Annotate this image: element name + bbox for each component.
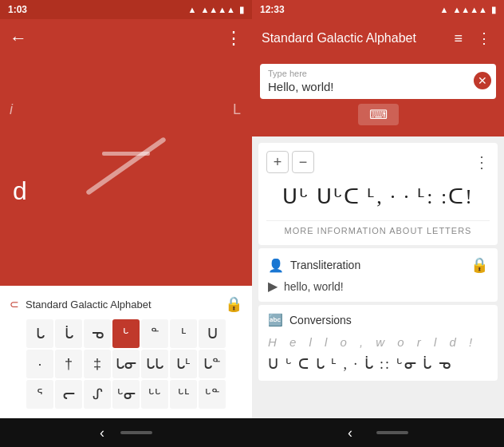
key-12[interactable]: ᒐᒐ xyxy=(141,350,168,378)
keyboard-title: Standard Galactic Alphabet xyxy=(26,299,219,311)
keyboard-header: ⊂ Standard Galactic Alphabet 🔒 xyxy=(3,292,249,316)
key-19[interactable]: ᒡᒡ xyxy=(141,380,168,409)
zoom-out-button[interactable]: − xyxy=(292,151,314,173)
input-placeholder: Type here xyxy=(268,69,467,78)
input-clear-button[interactable]: ✕ xyxy=(474,72,491,89)
right-panel: 12:33 ▲ ▲▲▲▲ ▮ Standard Galactic Alphabe… xyxy=(252,0,504,447)
conversions-icon: 🔤 xyxy=(268,313,283,327)
keyboard-row-3: ᕐ ᓕ ᔑ ᒡᓂ ᒡᒡ ᒡᒻ ᒡᓐ xyxy=(5,380,247,409)
glyph-card-header: + − ⋮ xyxy=(266,151,490,173)
glyph-info-button[interactable]: MORE INFORMATION ABOUT LETTERS xyxy=(266,220,490,237)
right-status-bar: 12:33 ▲ ▲▲▲▲ ▮ xyxy=(252,0,504,19)
conversions-spaced-text: H e l l o , w o r l d ! xyxy=(268,335,488,349)
signal-icon: ▲▲▲▲ xyxy=(200,5,235,14)
left-nav-bar: ‹ xyxy=(0,418,252,447)
battery-icon: ▮ xyxy=(239,5,244,15)
left-toolbar: ← ⋮ xyxy=(0,19,252,57)
key-6[interactable]: ᒻ xyxy=(170,319,197,348)
play-button[interactable]: ▶ xyxy=(268,279,278,294)
right-battery-icon: ▮ xyxy=(491,5,496,15)
key-14[interactable]: ᒐᓐ xyxy=(199,350,226,378)
left-nav-back[interactable]: ‹ xyxy=(100,425,104,441)
transliteration-lock-icon: 🔒 xyxy=(471,256,488,274)
conversions-title-row: 🔤 Conversions xyxy=(268,313,488,327)
key-18[interactable]: ᒡᓂ xyxy=(112,380,140,409)
right-content: + − ⋮ ᑌᒡ ᑌᒡᑕ ᒻ, · · ᒻ: :ᑕ! MORE INFORMAT… xyxy=(252,136,504,418)
input-box: Type here Hello, world! ✕ xyxy=(260,64,496,99)
right-nav-home[interactable] xyxy=(376,431,408,434)
zoom-in-button[interactable]: + xyxy=(266,151,289,173)
left-main-display: i L d xyxy=(0,57,252,286)
keyboard-row-2: · † ‡ ᒐᓂ ᒐᒐ ᒐᒻ ᒐᓐ xyxy=(5,350,247,378)
char-L-display: L xyxy=(233,101,241,118)
char-i-display: i xyxy=(10,101,13,118)
keyboard-toggle: ⌨ xyxy=(260,104,496,125)
more-icon-button[interactable]: ⋮ xyxy=(474,26,494,50)
right-status-icons: ▲ ▲▲▲▲ ▮ xyxy=(440,5,496,15)
left-nav-home[interactable] xyxy=(120,431,152,434)
conversions-section: 🔤 Conversions H e l l o , w o r l d ! ᑌ … xyxy=(258,305,498,381)
key-9[interactable]: † xyxy=(55,350,82,378)
play-row: ▶ hello, world! xyxy=(268,279,488,294)
key-3[interactable]: ᓀ xyxy=(84,319,111,348)
keyboard-rows: ᒐ ᒑ ᓀ ᒡ ᓐ ᒻ ᑌ · † ‡ ᒐᓂ ᒐᒐ ᒐᒻ ᒐᓐ ᕐ ᓕ xyxy=(3,316,249,412)
key-5[interactable]: ᓐ xyxy=(141,319,168,348)
transliteration-title: Transliteration xyxy=(290,259,464,271)
keyboard-lock-icon: 🔒 xyxy=(225,295,242,313)
transliteration-section: 👤 Transliteration 🔒 ▶ hello, world! xyxy=(258,248,498,302)
right-input-area: Type here Hello, world! ✕ ⌨ xyxy=(252,57,504,136)
glyph-card: + − ⋮ ᑌᒡ ᑌᒡᑕ ᒻ, · · ᒻ: :ᑕ! MORE INFORMAT… xyxy=(258,143,498,245)
key-16[interactable]: ᓕ xyxy=(55,380,82,409)
glyph-more-button[interactable]: ⋮ xyxy=(474,152,490,172)
right-nav-back[interactable]: ‹ xyxy=(348,425,352,441)
slash-glyph xyxy=(86,140,166,204)
left-status-icons: ▲ ▲▲▲▲ ▮ xyxy=(188,5,244,15)
transliteration-title-row: 👤 Transliteration 🔒 xyxy=(268,256,488,274)
left-panel: 1:03 ▲ ▲▲▲▲ ▮ ← ⋮ i L d ⊂ Standard Galac… xyxy=(0,0,252,447)
right-wifi-icon: ▲ xyxy=(440,5,449,14)
right-signal-icon: ▲▲▲▲ xyxy=(452,5,487,14)
glyph-display: ᑌᒡ ᑌᒡᑕ ᒻ, · · ᒻ: :ᑕ! xyxy=(266,178,490,216)
play-text: hello, world! xyxy=(284,280,344,293)
key-2[interactable]: ᒑ xyxy=(55,319,82,348)
left-status-bar: 1:03 ▲ ▲▲▲▲ ▮ xyxy=(0,0,252,19)
right-toolbar: Standard Galactic Alphabet ≡ ⋮ xyxy=(252,19,504,57)
conversions-title: Conversions xyxy=(289,314,352,326)
left-time: 1:03 xyxy=(8,4,27,15)
key-21[interactable]: ᒡᓐ xyxy=(199,380,226,409)
key-11[interactable]: ᒐᓂ xyxy=(112,350,140,378)
key-13[interactable]: ᒐᒻ xyxy=(170,350,197,378)
keyboard-toggle-button[interactable]: ⌨ xyxy=(358,104,399,125)
key-15[interactable]: ᕐ xyxy=(26,380,53,409)
keyboard-flag-icon: ⊂ xyxy=(10,298,19,311)
key-4-highlighted[interactable]: ᒡ xyxy=(112,319,140,348)
conversions-glyph-row: ᑌ ᒡ ᑕ ᒐ ᒻ , · ᒑ :: ᒡᓂ ᒑ ᓀ xyxy=(268,355,488,373)
keyboard-row-1: ᒐ ᒑ ᓀ ᒡ ᓐ ᒻ ᑌ xyxy=(5,319,247,348)
key-17[interactable]: ᔑ xyxy=(84,380,111,409)
key-7[interactable]: ᑌ xyxy=(199,319,226,348)
left-keyboard-area: ⊂ Standard Galactic Alphabet 🔒 ᒐ ᒑ ᓀ ᒡ ᓐ… xyxy=(0,286,252,418)
key-20[interactable]: ᒡᒻ xyxy=(170,380,197,409)
key-10[interactable]: ‡ xyxy=(84,350,111,378)
more-button[interactable]: ⋮ xyxy=(225,28,242,49)
list-icon-button[interactable]: ≡ xyxy=(451,27,466,50)
key-1[interactable]: ᒐ xyxy=(26,319,53,348)
input-value[interactable]: Hello, world! xyxy=(268,80,467,93)
glyph-controls: + − xyxy=(266,151,314,173)
right-title: Standard Galactic Alphabet xyxy=(262,31,443,45)
wifi-icon: ▲ xyxy=(188,5,197,14)
right-time: 12:33 xyxy=(260,4,285,15)
clear-icon: ✕ xyxy=(478,74,487,87)
key-8[interactable]: · xyxy=(26,350,53,378)
back-button[interactable]: ← xyxy=(10,28,27,49)
char-d-display: d xyxy=(13,176,27,206)
right-nav-bar: ‹ xyxy=(252,418,504,447)
transliteration-icon: 👤 xyxy=(268,258,284,273)
